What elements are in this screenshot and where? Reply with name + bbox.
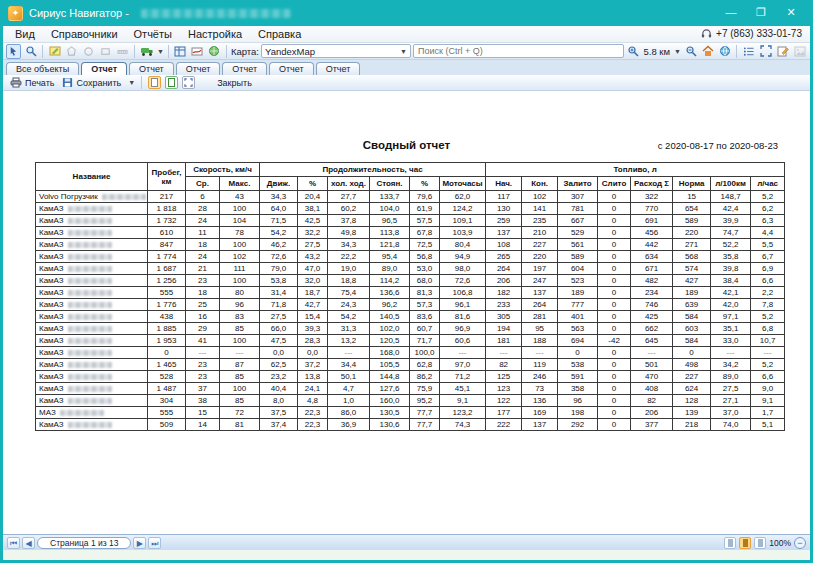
scale-dropdown-caret[interactable]: ▼ xyxy=(674,48,681,55)
page-preview-button[interactable] xyxy=(165,76,178,89)
cell-r3-c14: 220 xyxy=(673,227,711,239)
cell-r17-c16: 9,1 xyxy=(751,395,785,407)
fit-width-view-button[interactable] xyxy=(739,537,751,549)
tab-2[interactable]: Отчет xyxy=(129,62,174,75)
cell-r18-c9: 177 xyxy=(486,407,522,419)
cell-r2-c15: 39,9 xyxy=(711,215,751,227)
save-dropdown-caret[interactable]: ▼ xyxy=(128,79,135,86)
tab-4[interactable]: Отчет xyxy=(222,62,267,75)
redacted-plate xyxy=(68,386,112,392)
vehicle-name-cell: КамАЗ xyxy=(36,251,148,263)
fit-page-button[interactable] xyxy=(182,76,195,89)
menu-item-1[interactable]: Справочники xyxy=(43,28,126,40)
cell-r1-c7: 61,9 xyxy=(410,203,440,215)
search-input[interactable] xyxy=(413,44,624,58)
menu-item-4[interactable]: Справка xyxy=(250,28,309,40)
vehicles-dropdown-caret[interactable]: ▼ xyxy=(157,48,164,55)
cell-r5-c15: 35,8 xyxy=(711,251,751,263)
table-row: КамАЗ610117854,232,249,8113,867,8103,913… xyxy=(36,227,785,239)
cell-r13-c8: --- xyxy=(440,347,486,359)
cell-r17-c14: 128 xyxy=(673,395,711,407)
cell-r3-c15: 74,7 xyxy=(711,227,751,239)
cell-r13-c1: --- xyxy=(186,347,220,359)
page-setup-button[interactable] xyxy=(148,76,161,89)
table-row: КамАЗ1 7742410272,643,222,295,456,894,92… xyxy=(36,251,785,263)
cell-r2-c1: 24 xyxy=(186,215,220,227)
zoom-out-icon[interactable] xyxy=(683,44,698,59)
cell-r11-c4: 39,3 xyxy=(298,323,328,335)
image-icon[interactable] xyxy=(792,44,807,59)
main-toolbar: ▼ Карта: YandexMap ▼ 5.8 км ▼ xyxy=(3,43,810,61)
prev-page-button[interactable]: ◀ xyxy=(22,537,35,549)
report-period: с 2020-08-17 по 2020-08-23 xyxy=(658,140,778,151)
phone-block: +7 (863) 333-01-73 xyxy=(701,28,806,39)
geo-objects-icon[interactable] xyxy=(207,44,222,59)
close-button[interactable]: ✕ xyxy=(777,4,805,22)
map-scale-value[interactable]: 5.8 км xyxy=(644,46,671,57)
cell-r6-c15: 39,8 xyxy=(711,263,751,275)
sub-header-15: л/час xyxy=(751,177,785,191)
next-page-button[interactable]: ▶ xyxy=(133,537,146,549)
print-button[interactable]: Печать xyxy=(8,77,56,88)
cell-r3-c5: 49,8 xyxy=(328,227,370,239)
zoom-tool-icon[interactable] xyxy=(23,44,38,59)
map-select[interactable]: YandexMap ▼ xyxy=(261,44,411,58)
cell-r10-c4: 15,4 xyxy=(298,311,328,323)
globe-icon[interactable] xyxy=(717,44,732,59)
polygon-tool-icon[interactable] xyxy=(64,44,79,59)
minimize-button[interactable]: — xyxy=(717,4,745,22)
cell-r17-c12: 0 xyxy=(598,395,631,407)
edit-note-icon[interactable] xyxy=(775,44,790,59)
vehicle-name: КамАЗ xyxy=(39,264,64,273)
last-page-button[interactable]: ⏭ xyxy=(148,537,161,549)
cell-r12-c4: 28,3 xyxy=(298,335,328,347)
cell-r17-c11: 96 xyxy=(558,395,598,407)
rectangle-tool-icon[interactable] xyxy=(98,44,113,59)
tab-1[interactable]: Отчет xyxy=(81,62,127,75)
tab-0[interactable]: Все объекты xyxy=(6,62,79,75)
save-button[interactable]: Сохранить xyxy=(60,77,123,88)
cell-r0-c15: 148,7 xyxy=(711,191,751,203)
circle-tool-icon[interactable] xyxy=(81,44,96,59)
sub-header-6: % xyxy=(410,177,440,191)
window-bottom-strip xyxy=(3,550,810,560)
table-view-icon[interactable] xyxy=(173,44,188,59)
cell-r13-c6: 168,0 xyxy=(370,347,410,359)
tab-6[interactable]: Отчет xyxy=(316,62,361,75)
table-row: КамАЗ1 2562310053,832,018,8114,268,072,6… xyxy=(36,275,785,287)
cell-r14-c2: 87 xyxy=(220,359,260,371)
tab-3[interactable]: Отчет xyxy=(176,62,221,75)
zoom-in-icon[interactable] xyxy=(626,44,641,59)
multi-page-view-button[interactable] xyxy=(754,537,766,549)
cell-r12-c6: 120,5 xyxy=(370,335,410,347)
cell-r11-c5: 31,3 xyxy=(328,323,370,335)
cell-r11-c9: 194 xyxy=(486,323,522,335)
home-icon[interactable] xyxy=(700,44,715,59)
maximize-button[interactable]: ❐ xyxy=(747,4,775,22)
ruler-tool-icon[interactable] xyxy=(115,44,130,59)
cell-r14-c10: 119 xyxy=(522,359,558,371)
close-report-button[interactable]: Закрыть xyxy=(217,78,252,88)
cell-r16-c7: 75,9 xyxy=(410,383,440,395)
menu-item-3[interactable]: Настройка xyxy=(180,28,250,40)
column-group-fuel: Топливо, л xyxy=(486,163,785,177)
track-view-icon[interactable] xyxy=(190,44,205,59)
cell-r2-c5: 37,8 xyxy=(328,215,370,227)
fullscreen-icon[interactable] xyxy=(758,44,773,59)
cell-r12-c8: 60,6 xyxy=(440,335,486,347)
edit-zone-icon[interactable] xyxy=(47,44,62,59)
select-tool-icon[interactable] xyxy=(6,44,21,59)
menu-item-2[interactable]: Отчёты xyxy=(126,28,180,40)
cell-r18-c15: 37,0 xyxy=(711,407,751,419)
cell-r8-c0: 555 xyxy=(148,287,186,299)
zoom-decrease-button[interactable]: − xyxy=(794,537,806,549)
vehicles-icon[interactable] xyxy=(139,44,154,59)
menu-item-0[interactable]: Вид xyxy=(7,28,43,40)
tab-5[interactable]: Отчет xyxy=(269,62,314,75)
first-page-button[interactable]: ⏮ xyxy=(7,537,20,549)
cell-r10-c6: 140,5 xyxy=(370,311,410,323)
single-page-view-button[interactable] xyxy=(724,537,736,549)
cell-r11-c0: 1 885 xyxy=(148,323,186,335)
cell-r6-c2: 111 xyxy=(220,263,260,275)
list-icon[interactable] xyxy=(741,44,756,59)
